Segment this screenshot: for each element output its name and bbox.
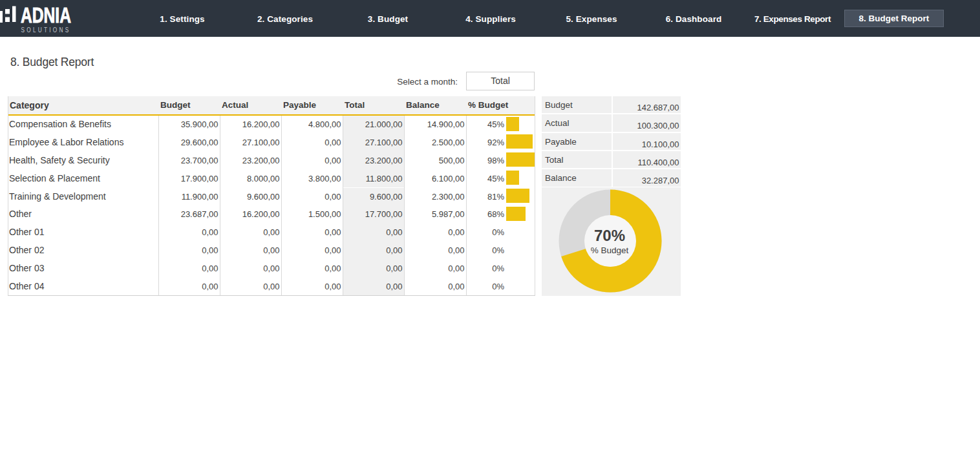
svg-text:SOLUTIONS: SOLUTIONS	[21, 26, 71, 34]
svg-text:ADNIA: ADNIA	[21, 3, 71, 27]
